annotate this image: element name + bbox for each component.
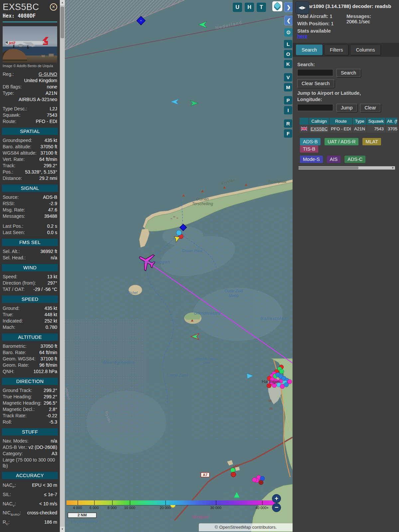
tab-fil­ters[interactable]: Filters [324, 45, 348, 55]
scrollbar-thumb[interactable] [61, 7, 64, 38]
map-button-h[interactable]: H [245, 3, 254, 12]
readsb-link[interactable]: readsb [375, 3, 391, 9]
scroll-down-icon[interactable]: ▼ [60, 527, 65, 532]
stats-here-link[interactable]: here [297, 34, 308, 39]
sidebar-scrollbar[interactable]: ▲ ▼ [60, 0, 65, 532]
map-button-u[interactable]: U [233, 3, 242, 12]
settings-button[interactable]: ⚙ [284, 28, 293, 37]
search-button[interactable]: Search [336, 69, 360, 77]
route-column-header[interactable]: Route [330, 118, 352, 125]
map-button-t[interactable]: T [257, 3, 266, 12]
section-header-altitude: ALTITUDE [2, 333, 58, 341]
chevron-left-icon: ❮ [287, 18, 291, 23]
map-button-f[interactable]: F [284, 129, 292, 138]
squawk-column-header[interactable]: Squawk [367, 118, 385, 125]
richel-islet [129, 285, 142, 295]
type-column-header[interactable]: Type [353, 118, 366, 125]
layers-button[interactable] [272, 1, 282, 11]
scroll-right-icon[interactable]: ► [391, 166, 395, 170]
vessel-dot[interactable] [230, 468, 235, 472]
jump-label: Jump to Airport or Latitude, Longitude: [297, 90, 374, 103]
jump-button[interactable]: Jump [336, 104, 357, 112]
hex-code: Hex: 4080DF [3, 13, 57, 22]
with-position-value: 1 [331, 21, 333, 26]
section-header-stuff: STUFF [2, 428, 58, 436]
map-button-v[interactable]: V [284, 73, 292, 81]
map-button-i[interactable]: I [284, 106, 292, 114]
openstreetmap-link[interactable]: OpenStreetMap [219, 525, 251, 530]
type-row: Type: A21N [3, 90, 57, 96]
map-graphics [65, 0, 293, 532]
map-attribution: © OpenStreetMap contributors. [199, 523, 293, 531]
aircraft-arrow-icon[interactable] [190, 100, 198, 106]
scroll-up-icon[interactable]: ▲ [60, 0, 65, 5]
total-aircraft-value: 1 [330, 14, 332, 19]
altitude-legend-bar [66, 500, 275, 505]
aircraft-arrow-icon[interactable] [199, 21, 207, 28]
badge-uat-adsr[interactable]: UAT / ADS-R [325, 138, 358, 145]
with-position-label: With Position: [297, 21, 330, 26]
close-icon[interactable]: ✕ [50, 3, 57, 11]
search-input[interactable] [297, 69, 333, 76]
badge-tisb[interactable]: TIS-B [300, 145, 318, 153]
badge-ais[interactable]: AIS [327, 156, 340, 163]
legend-tick-4000: 4 000 [68, 506, 87, 510]
clear-jump-button[interactable]: Clear [360, 104, 380, 112]
zoom-out-button[interactable]: − [272, 503, 281, 512]
search-label: Search: [297, 62, 396, 68]
badge-modes[interactable]: Mode-S [300, 156, 323, 163]
kornwerderzand-vessel-cluster[interactable] [252, 475, 265, 485]
alt-column-header[interactable]: Alt. (ft) [386, 118, 397, 125]
aircraft-table: Callsign Route Type Squawk Alt. (ft) S E… [299, 117, 397, 133]
map-button-m[interactable]: M [284, 83, 292, 91]
vessel-dot[interactable] [176, 230, 182, 235]
photo-building [49, 54, 54, 57]
map-button-o[interactable]: O [284, 50, 292, 58]
panel-collapse-button[interactable]: ❮ [284, 16, 293, 25]
map-button-l[interactable]: L [284, 40, 292, 48]
badge-adsb[interactable]: ADS-B [300, 138, 321, 145]
row-type: A21N [353, 125, 366, 133]
route-row: Route: PFO - EDI [3, 118, 57, 125]
scrollbar-thumb[interactable] [299, 167, 358, 169]
photo-credit: Image © Adolfo Bento de Urquía [3, 64, 57, 68]
aircraft-photo[interactable]: jet2 [3, 26, 57, 63]
search-area: Search: Search Clear Search Jump to Airp… [293, 57, 399, 170]
table-horizontal-scrollbar[interactable]: ► [299, 166, 395, 170]
a7-road-shield: A7 [200, 472, 210, 477]
badge-adsc[interactable]: ADS-C [344, 156, 365, 163]
aircraft-detail-sidebar: EXS5BC ✕ Hex: 4080DF jet2 Image © Adolfo… [0, 0, 60, 532]
aircraft-arrow-icon[interactable] [171, 99, 179, 105]
tab-columns[interactable]: Columns [350, 45, 380, 55]
map-button-p[interactable]: P [284, 96, 292, 104]
zoom-in-button[interactable]: + [272, 494, 281, 503]
uk-flag-icon [301, 127, 307, 132]
section-header-spatial: SPATIAL [2, 128, 58, 135]
clear-search-button[interactable]: Clear Search [297, 79, 334, 87]
badge-mlat[interactable]: MLAT [362, 138, 381, 145]
panel-toggle-button[interactable]: ◀▶ [295, 1, 309, 14]
panel-expand-button[interactable]: ❯ [284, 2, 293, 12]
map-canvas[interactable]: Nederland Fryslân Boschplaat Duinen Ters… [65, 0, 293, 532]
category-note: Large (75 000 to 300 000 lb) [3, 457, 57, 469]
map-button-r[interactable]: R [284, 119, 292, 128]
stats-block: Total Aircraft: 1 With Position: 1 Stats… [293, 9, 399, 39]
legend-tick-10000: 10 000 [120, 506, 139, 510]
dbflags-row: DB flags: none [3, 84, 57, 90]
map-button-k[interactable]: K [284, 60, 292, 68]
table-row[interactable]: EXS5BC PFO - EDI A21N 7543 37050 [300, 125, 397, 133]
callsign-column-header[interactable]: Callsign [309, 118, 329, 125]
row-callsign-link[interactable]: EXS5BC [311, 126, 328, 131]
jump-input[interactable] [297, 104, 333, 111]
messages-rate-value: 2066.1/sec [346, 19, 370, 24]
type-long-row: AIRBUS A-321neo [3, 96, 57, 103]
registration-link[interactable]: G-SUNO [39, 71, 57, 77]
flag-column-header[interactable] [300, 118, 309, 125]
row-squawk: 7543 [367, 125, 385, 133]
vessel-dot[interactable] [231, 472, 236, 477]
squawk-row: Squawk: 7543 [3, 112, 57, 118]
aircraft-list-panel: ◀▶ tar1090 (3.14.1788) decoder: readsb T… [293, 0, 399, 532]
legend-tick-30000: 30 000 [206, 506, 225, 510]
tab-search[interactable]: Search [296, 45, 323, 55]
section-header-accuracy: ACCURACY [2, 472, 58, 479]
